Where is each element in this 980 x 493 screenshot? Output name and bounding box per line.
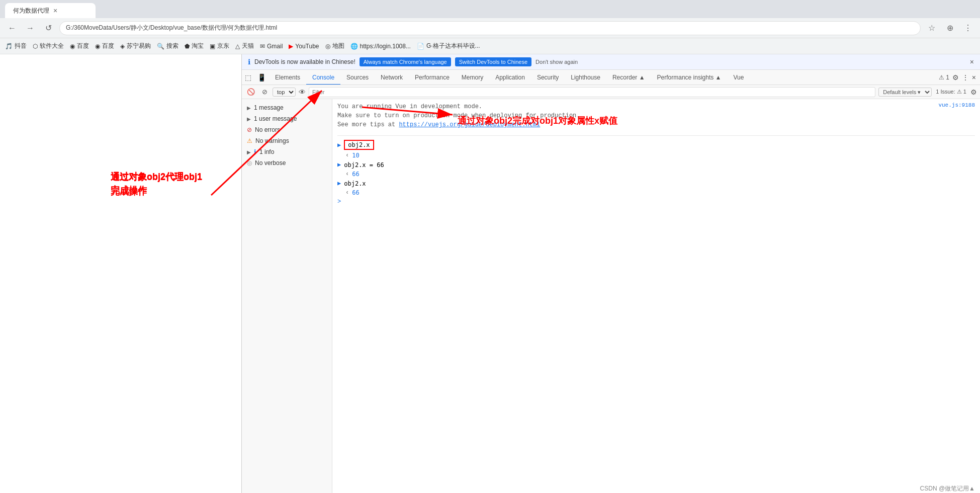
tab-network[interactable]: Network [375,70,409,85]
output-arrow-3: ‹ [345,189,349,196]
sidebar-item-verbose[interactable]: ◎ No verbose [242,157,332,169]
close-devtools-btn[interactable]: × [972,73,976,81]
bookmark-jd[interactable]: ▣京东 [210,42,229,50]
clear-console-btn[interactable]: 🚫 [245,87,257,97]
bookmark-youtube[interactable]: ▶YouTube [289,43,319,50]
output-value-2: 66 [352,171,359,178]
input-prompt-2: ▶ [337,161,341,169]
info-icon: ℹ [248,58,250,66]
tab-memory[interactable]: Memory [456,70,489,85]
console-body: ▶ 1 message ▶ 1 user message ⊘ No errors… [242,99,980,493]
menu-btn[interactable]: ⋮ [961,21,975,35]
left-area: 通过对象obj2代理obj1 完成操作 [0,54,241,493]
back-button[interactable]: ← [5,21,19,35]
settings-gear-icon[interactable]: ⚙ [970,88,977,96]
output-value-3: 66 [352,189,359,196]
bookmarks-bar: 🎵抖音 ⬡软件大全 ◉百度 ◉百度 ◈苏宁易购 🔍搜索 ⬟淘宝 ▣京东 △天猫 … [0,38,980,54]
notification-text: DevTools is now available in Chinese! [254,58,355,65]
output-arrow-2: ‹ [345,171,349,178]
bookmark-taobao[interactable]: ⬟淘宝 [185,42,204,50]
console-entry-3: ▶ obj2.x = 66 [337,160,975,170]
bookmark-search[interactable]: 🔍搜索 [157,42,179,50]
bookmark-baidu1[interactable]: ◉百度 [70,42,89,50]
tab-close-btn[interactable]: × [53,7,57,15]
sidebar-info-label: 1 info [259,148,274,155]
settings-icon[interactable]: ⚙ [952,73,959,81]
bookmark-star[interactable]: ☆ [925,21,939,35]
bookmark-baidu2[interactable]: ◉百度 [95,42,114,50]
arrow-icon: ▶ [247,105,251,111]
sidebar-verbose-label: No verbose [255,159,286,167]
bookmark-douyin[interactable]: 🎵抖音 [5,42,27,50]
console-entry-2: ‹ 10 [337,151,975,160]
issues-icon[interactable]: ⚠ 1 [939,74,949,81]
console-sidebar: ▶ 1 message ▶ 1 user message ⊘ No errors… [242,99,332,493]
tab-sources[interactable]: Sources [340,70,375,85]
vue-info-text: You are running Vue in development mode.… [337,102,580,129]
info-icon: ℹ [254,148,256,155]
switch-devtools-btn[interactable]: Switch DevTools to Chinese [455,57,531,66]
tab-application[interactable]: Application [489,70,531,85]
sidebar-item-user-messages[interactable]: ▶ 1 user message [242,113,332,124]
always-match-btn[interactable]: Always match Chrome's language [360,57,451,66]
device-icon[interactable]: 📱 [254,73,269,81]
extension-btn[interactable]: ⊕ [943,21,957,35]
filter-input[interactable] [309,87,875,97]
bookmark-software[interactable]: ⬡软件大全 [33,42,64,50]
bookmark-maps[interactable]: ◎地图 [325,42,344,50]
input-code-2: obj2.x = 66 [344,161,384,169]
sidebar-messages-label: 1 message [254,104,284,111]
bookmark-suning[interactable]: ◈苏宁易购 [120,42,151,50]
context-select[interactable]: top [273,88,296,97]
tab-console[interactable]: Console [306,70,340,85]
refresh-button[interactable]: ↺ [41,21,55,35]
vue-deployment-link[interactable]: https://vuejs.org/guide/deployment.html [399,121,540,128]
output-arrow-1: ‹ [345,152,349,159]
console-entry-4: ‹ 66 [337,170,975,179]
tab-performance[interactable]: Performance [409,70,456,85]
address-bar: ← → ↺ G:/360MoveData/Users/静小文/Desktop/v… [0,18,980,38]
sidebar-item-errors[interactable]: ⊘ No errors [242,124,332,135]
console-output: You are running Vue in development mode.… [332,99,980,493]
vue-source-ref[interactable]: vue.js:9188 [938,102,975,132]
sidebar-item-messages[interactable]: ▶ 1 message [242,102,332,113]
tab-recorder[interactable]: Recorder ▲ [606,70,651,85]
bookmark-tianmao[interactable]: △天猫 [235,42,254,50]
sidebar-item-info[interactable]: ▶ ℹ 1 info [242,146,332,157]
bookmark-gmail[interactable]: ✉Gmail [260,43,283,50]
inspect-icon[interactable]: ⬚ [242,73,254,81]
vue-info-entry: You are running Vue in development mode.… [337,102,975,136]
url-text: G:/360MoveData/Users/静小文/Desktop/vue_bas… [66,24,277,32]
forward-button[interactable]: → [23,21,37,35]
tab-title: 何为数据代理 [13,7,49,15]
tab-performance-insights[interactable]: Performance insights ▲ [651,70,728,85]
dont-show-btn[interactable]: Don't show again [536,59,578,65]
sidebar-item-warnings[interactable]: ⚠ No warnings [242,135,332,146]
sidebar-errors-label: No errors [255,126,280,133]
console-entries: ▶ obj2.x ‹ 10 ▶ obj2.x = 66 ‹ [337,139,975,206]
verbose-icon: ◎ [247,159,252,167]
active-tab[interactable]: 何为数据代理 × [5,3,96,18]
tab-vue[interactable]: Vue [727,70,750,85]
input-prompt-3: ▶ [337,180,341,187]
sidebar-warnings-label: No warnings [255,137,289,144]
vue-line2: Make sure to turn on production mode whe… [337,112,580,119]
bookmark-gezi[interactable]: 📄G·格子达本科毕设... [417,42,480,50]
console-prompt[interactable]: > [337,197,975,206]
url-bar[interactable]: G:/360MoveData/Users/静小文/Desktop/vue_bas… [59,21,921,35]
console-entry-1: ▶ obj2.x [337,139,975,151]
arrow-icon: ▶ [247,116,251,122]
filter-icon-btn[interactable]: ⊘ [260,87,270,97]
tab-security[interactable]: Security [531,70,565,85]
issues-count: 1 Issue: ⚠ 1 [936,89,966,95]
log-levels-select[interactable]: Default levels ▾ [878,88,932,97]
bookmark-login[interactable]: 🌐https://login.1008... [350,43,411,50]
sidebar-user-messages-label: 1 user message [254,115,297,122]
notification-close-btn[interactable]: × [970,58,974,66]
more-options-icon[interactable]: ⋮ [962,73,969,81]
console-entry-6: ‹ 66 [337,188,975,197]
tab-lighthouse[interactable]: Lighthouse [565,70,606,85]
tab-elements[interactable]: Elements [269,70,306,85]
bottom-text: CSDN @做笔记用▲ [920,485,975,492]
eye-icon[interactable]: 👁 [299,88,306,96]
